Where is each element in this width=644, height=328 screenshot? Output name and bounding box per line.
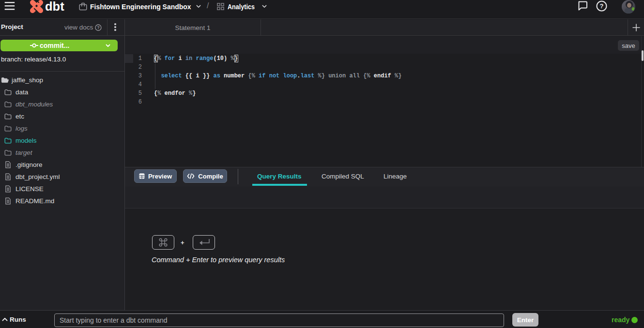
svg-text:?: ?	[600, 2, 604, 10]
svg-text:?: ?	[97, 25, 99, 30]
